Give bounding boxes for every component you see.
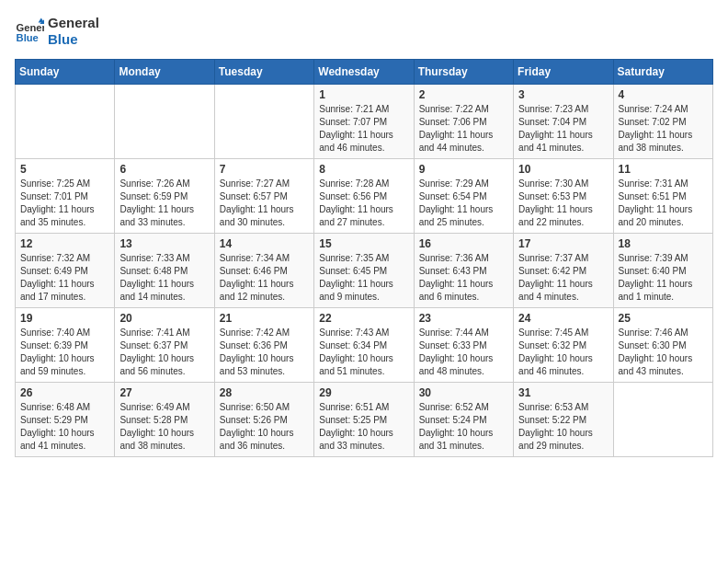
day-info: Sunrise: 6:51 AM Sunset: 5:25 PM Dayligh… [319, 401, 408, 453]
day-info: Sunrise: 7:45 AM Sunset: 6:32 PM Dayligh… [518, 327, 608, 378]
calendar-week-4: 19Sunrise: 7:40 AM Sunset: 6:39 PM Dayli… [16, 308, 713, 383]
day-info: Sunrise: 7:25 AM Sunset: 7:01 PM Dayligh… [20, 178, 109, 229]
day-number: 19 [20, 312, 109, 325]
day-number: 12 [20, 237, 109, 250]
day-number: 8 [319, 163, 408, 176]
day-number: 7 [220, 163, 309, 176]
calendar-cell: 16Sunrise: 7:36 AM Sunset: 6:43 PM Dayli… [414, 234, 513, 308]
day-info: Sunrise: 7:41 AM Sunset: 6:37 PM Dayligh… [119, 327, 209, 378]
calendar-week-2: 5Sunrise: 7:25 AM Sunset: 7:01 PM Daylig… [16, 159, 713, 234]
header-saturday: Saturday [613, 60, 712, 85]
calendar-cell [613, 383, 712, 457]
day-info: Sunrise: 6:53 AM Sunset: 5:22 PM Dayligh… [518, 401, 608, 453]
day-info: Sunrise: 7:40 AM Sunset: 6:39 PM Dayligh… [20, 327, 109, 378]
day-number: 22 [319, 312, 408, 325]
header-wednesday: Wednesday [314, 60, 414, 85]
calendar-cell: 5Sunrise: 7:25 AM Sunset: 7:01 PM Daylig… [16, 159, 115, 234]
day-number: 29 [319, 386, 408, 399]
calendar-cell [16, 85, 115, 159]
calendar-cell: 18Sunrise: 7:39 AM Sunset: 6:40 PM Dayli… [613, 234, 712, 308]
day-info: Sunrise: 7:27 AM Sunset: 6:57 PM Dayligh… [220, 178, 309, 229]
calendar-cell: 7Sunrise: 7:27 AM Sunset: 6:57 PM Daylig… [214, 159, 313, 234]
day-number: 23 [419, 312, 508, 325]
calendar-cell [115, 85, 214, 159]
page-header: General Blue General Blue [15, 15, 713, 48]
day-number: 4 [619, 88, 708, 101]
header-sunday: Sunday [16, 60, 115, 85]
day-info: Sunrise: 7:34 AM Sunset: 6:46 PM Dayligh… [220, 252, 309, 304]
day-number: 9 [419, 163, 508, 176]
day-info: Sunrise: 6:49 AM Sunset: 5:28 PM Dayligh… [119, 401, 209, 453]
calendar-cell: 23Sunrise: 7:44 AM Sunset: 6:33 PM Dayli… [414, 308, 513, 383]
day-info: Sunrise: 6:50 AM Sunset: 5:26 PM Dayligh… [220, 401, 309, 453]
calendar-cell: 28Sunrise: 6:50 AM Sunset: 5:26 PM Dayli… [214, 383, 313, 457]
calendar-week-5: 26Sunrise: 6:48 AM Sunset: 5:29 PM Dayli… [16, 383, 713, 457]
calendar-cell: 25Sunrise: 7:46 AM Sunset: 6:30 PM Dayli… [613, 308, 712, 383]
calendar-cell: 27Sunrise: 6:49 AM Sunset: 5:28 PM Dayli… [115, 383, 214, 457]
calendar-cell: 10Sunrise: 7:30 AM Sunset: 6:53 PM Dayli… [514, 159, 613, 234]
day-number: 18 [619, 237, 708, 250]
day-info: Sunrise: 7:30 AM Sunset: 6:53 PM Dayligh… [518, 178, 608, 229]
day-number: 13 [119, 237, 209, 250]
day-info: Sunrise: 6:48 AM Sunset: 5:29 PM Dayligh… [20, 401, 109, 453]
header-thursday: Thursday [414, 60, 513, 85]
day-info: Sunrise: 7:43 AM Sunset: 6:34 PM Dayligh… [319, 327, 408, 378]
day-number: 5 [20, 163, 109, 176]
header-monday: Monday [115, 60, 214, 85]
day-info: Sunrise: 7:37 AM Sunset: 6:42 PM Dayligh… [518, 252, 608, 304]
day-info: Sunrise: 7:22 AM Sunset: 7:06 PM Dayligh… [419, 103, 508, 155]
calendar-table: SundayMondayTuesdayWednesdayThursdayFrid… [15, 59, 713, 457]
calendar-cell: 24Sunrise: 7:45 AM Sunset: 6:32 PM Dayli… [514, 308, 613, 383]
day-info: Sunrise: 7:32 AM Sunset: 6:49 PM Dayligh… [20, 252, 109, 304]
day-number: 11 [619, 163, 708, 176]
day-info: Sunrise: 7:44 AM Sunset: 6:33 PM Dayligh… [419, 327, 508, 378]
day-info: Sunrise: 7:24 AM Sunset: 7:02 PM Dayligh… [619, 103, 708, 155]
day-info: Sunrise: 6:52 AM Sunset: 5:24 PM Dayligh… [419, 401, 508, 453]
day-number: 6 [119, 163, 209, 176]
calendar-cell: 20Sunrise: 7:41 AM Sunset: 6:37 PM Dayli… [115, 308, 214, 383]
day-number: 3 [518, 88, 608, 101]
calendar-cell: 8Sunrise: 7:28 AM Sunset: 6:56 PM Daylig… [314, 159, 414, 234]
day-number: 26 [20, 386, 109, 399]
day-info: Sunrise: 7:26 AM Sunset: 6:59 PM Dayligh… [119, 178, 209, 229]
day-number: 24 [518, 312, 608, 325]
day-info: Sunrise: 7:39 AM Sunset: 6:40 PM Dayligh… [619, 252, 708, 304]
logo-text-blue: Blue [48, 31, 99, 48]
day-number: 27 [119, 386, 209, 399]
day-info: Sunrise: 7:21 AM Sunset: 7:07 PM Dayligh… [319, 103, 408, 155]
calendar-cell: 26Sunrise: 6:48 AM Sunset: 5:29 PM Dayli… [16, 383, 115, 457]
day-number: 1 [319, 88, 408, 101]
day-number: 25 [619, 312, 708, 325]
day-info: Sunrise: 7:46 AM Sunset: 6:30 PM Dayligh… [619, 327, 708, 378]
day-info: Sunrise: 7:23 AM Sunset: 7:04 PM Dayligh… [518, 103, 608, 155]
calendar-cell: 17Sunrise: 7:37 AM Sunset: 6:42 PM Dayli… [514, 234, 613, 308]
day-number: 28 [220, 386, 309, 399]
logo-text-general: General [48, 15, 99, 31]
calendar-cell: 4Sunrise: 7:24 AM Sunset: 7:02 PM Daylig… [613, 85, 712, 159]
header-tuesday: Tuesday [214, 60, 313, 85]
calendar-cell: 15Sunrise: 7:35 AM Sunset: 6:45 PM Dayli… [314, 234, 414, 308]
calendar-cell: 13Sunrise: 7:33 AM Sunset: 6:48 PM Dayli… [115, 234, 214, 308]
day-number: 16 [419, 237, 508, 250]
day-info: Sunrise: 7:36 AM Sunset: 6:43 PM Dayligh… [419, 252, 508, 304]
day-number: 15 [319, 237, 408, 250]
calendar-cell: 6Sunrise: 7:26 AM Sunset: 6:59 PM Daylig… [115, 159, 214, 234]
calendar-header-row: SundayMondayTuesdayWednesdayThursdayFrid… [16, 60, 713, 85]
day-number: 2 [419, 88, 508, 101]
day-number: 31 [518, 386, 608, 399]
calendar-cell [214, 85, 313, 159]
calendar-cell: 3Sunrise: 7:23 AM Sunset: 7:04 PM Daylig… [514, 85, 613, 159]
calendar-cell: 1Sunrise: 7:21 AM Sunset: 7:07 PM Daylig… [314, 85, 414, 159]
day-info: Sunrise: 7:42 AM Sunset: 6:36 PM Dayligh… [220, 327, 309, 378]
day-number: 10 [518, 163, 608, 176]
day-info: Sunrise: 7:28 AM Sunset: 6:56 PM Dayligh… [319, 178, 408, 229]
calendar-cell: 14Sunrise: 7:34 AM Sunset: 6:46 PM Dayli… [214, 234, 313, 308]
day-number: 17 [518, 237, 608, 250]
day-info: Sunrise: 7:35 AM Sunset: 6:45 PM Dayligh… [319, 252, 408, 304]
calendar-cell: 30Sunrise: 6:52 AM Sunset: 5:24 PM Dayli… [414, 383, 513, 457]
logo: General Blue General Blue [15, 15, 99, 48]
logo-icon: General Blue [15, 17, 44, 46]
header-friday: Friday [514, 60, 613, 85]
calendar-cell: 9Sunrise: 7:29 AM Sunset: 6:54 PM Daylig… [414, 159, 513, 234]
calendar-cell: 2Sunrise: 7:22 AM Sunset: 7:06 PM Daylig… [414, 85, 513, 159]
